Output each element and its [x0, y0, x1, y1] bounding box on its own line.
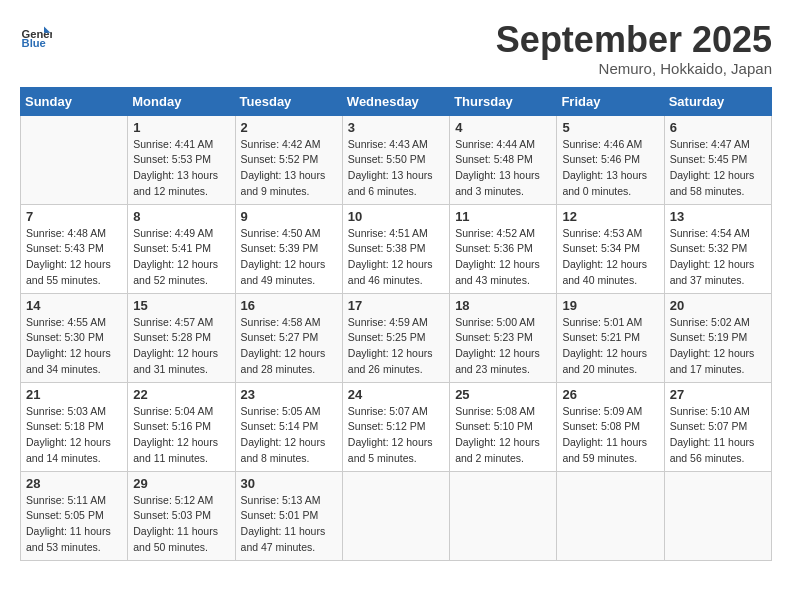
day-info: Sunrise: 4:54 AMSunset: 5:32 PMDaylight:…	[670, 226, 766, 289]
weekday-header-wednesday: Wednesday	[342, 87, 449, 115]
calendar-week-4: 28Sunrise: 5:11 AMSunset: 5:05 PMDayligh…	[21, 471, 772, 560]
calendar-cell: 3Sunrise: 4:43 AMSunset: 5:50 PMDaylight…	[342, 115, 449, 204]
weekday-header-row: SundayMondayTuesdayWednesdayThursdayFrid…	[21, 87, 772, 115]
day-info: Sunrise: 5:01 AMSunset: 5:21 PMDaylight:…	[562, 315, 658, 378]
calendar-cell: 6Sunrise: 4:47 AMSunset: 5:45 PMDaylight…	[664, 115, 771, 204]
day-number: 17	[348, 298, 444, 313]
calendar-cell: 27Sunrise: 5:10 AMSunset: 5:07 PMDayligh…	[664, 382, 771, 471]
day-number: 16	[241, 298, 337, 313]
day-number: 6	[670, 120, 766, 135]
day-number: 1	[133, 120, 229, 135]
day-info: Sunrise: 5:07 AMSunset: 5:12 PMDaylight:…	[348, 404, 444, 467]
day-info: Sunrise: 4:47 AMSunset: 5:45 PMDaylight:…	[670, 137, 766, 200]
calendar-cell: 1Sunrise: 4:41 AMSunset: 5:53 PMDaylight…	[128, 115, 235, 204]
day-info: Sunrise: 4:46 AMSunset: 5:46 PMDaylight:…	[562, 137, 658, 200]
calendar-week-2: 14Sunrise: 4:55 AMSunset: 5:30 PMDayligh…	[21, 293, 772, 382]
calendar-cell: 29Sunrise: 5:12 AMSunset: 5:03 PMDayligh…	[128, 471, 235, 560]
title-block: September 2025 Nemuro, Hokkaido, Japan	[496, 20, 772, 77]
day-info: Sunrise: 4:55 AMSunset: 5:30 PMDaylight:…	[26, 315, 122, 378]
calendar-cell: 18Sunrise: 5:00 AMSunset: 5:23 PMDayligh…	[450, 293, 557, 382]
day-info: Sunrise: 5:05 AMSunset: 5:14 PMDaylight:…	[241, 404, 337, 467]
calendar-cell	[21, 115, 128, 204]
day-info: Sunrise: 4:41 AMSunset: 5:53 PMDaylight:…	[133, 137, 229, 200]
calendar-cell	[664, 471, 771, 560]
calendar-cell: 8Sunrise: 4:49 AMSunset: 5:41 PMDaylight…	[128, 204, 235, 293]
day-number: 23	[241, 387, 337, 402]
calendar-week-0: 1Sunrise: 4:41 AMSunset: 5:53 PMDaylight…	[21, 115, 772, 204]
day-number: 27	[670, 387, 766, 402]
day-number: 11	[455, 209, 551, 224]
day-number: 19	[562, 298, 658, 313]
weekday-header-saturday: Saturday	[664, 87, 771, 115]
calendar-cell: 21Sunrise: 5:03 AMSunset: 5:18 PMDayligh…	[21, 382, 128, 471]
day-info: Sunrise: 4:42 AMSunset: 5:52 PMDaylight:…	[241, 137, 337, 200]
day-number: 4	[455, 120, 551, 135]
calendar-cell: 23Sunrise: 5:05 AMSunset: 5:14 PMDayligh…	[235, 382, 342, 471]
day-info: Sunrise: 5:03 AMSunset: 5:18 PMDaylight:…	[26, 404, 122, 467]
day-info: Sunrise: 5:13 AMSunset: 5:01 PMDaylight:…	[241, 493, 337, 556]
calendar-cell: 28Sunrise: 5:11 AMSunset: 5:05 PMDayligh…	[21, 471, 128, 560]
page-header: General Blue September 2025 Nemuro, Hokk…	[20, 20, 772, 77]
day-info: Sunrise: 4:52 AMSunset: 5:36 PMDaylight:…	[455, 226, 551, 289]
day-number: 13	[670, 209, 766, 224]
day-number: 14	[26, 298, 122, 313]
weekday-header-monday: Monday	[128, 87, 235, 115]
weekday-header-friday: Friday	[557, 87, 664, 115]
day-number: 28	[26, 476, 122, 491]
weekday-header-thursday: Thursday	[450, 87, 557, 115]
day-number: 21	[26, 387, 122, 402]
calendar-cell: 5Sunrise: 4:46 AMSunset: 5:46 PMDaylight…	[557, 115, 664, 204]
day-info: Sunrise: 4:59 AMSunset: 5:25 PMDaylight:…	[348, 315, 444, 378]
day-number: 25	[455, 387, 551, 402]
day-info: Sunrise: 5:12 AMSunset: 5:03 PMDaylight:…	[133, 493, 229, 556]
day-number: 10	[348, 209, 444, 224]
day-number: 2	[241, 120, 337, 135]
calendar-cell: 25Sunrise: 5:08 AMSunset: 5:10 PMDayligh…	[450, 382, 557, 471]
day-info: Sunrise: 5:00 AMSunset: 5:23 PMDaylight:…	[455, 315, 551, 378]
calendar-table: SundayMondayTuesdayWednesdayThursdayFrid…	[20, 87, 772, 561]
day-number: 29	[133, 476, 229, 491]
calendar-cell: 30Sunrise: 5:13 AMSunset: 5:01 PMDayligh…	[235, 471, 342, 560]
day-number: 8	[133, 209, 229, 224]
calendar-cell: 9Sunrise: 4:50 AMSunset: 5:39 PMDaylight…	[235, 204, 342, 293]
day-info: Sunrise: 5:10 AMSunset: 5:07 PMDaylight:…	[670, 404, 766, 467]
weekday-header-tuesday: Tuesday	[235, 87, 342, 115]
calendar-week-3: 21Sunrise: 5:03 AMSunset: 5:18 PMDayligh…	[21, 382, 772, 471]
day-info: Sunrise: 4:44 AMSunset: 5:48 PMDaylight:…	[455, 137, 551, 200]
calendar-cell: 13Sunrise: 4:54 AMSunset: 5:32 PMDayligh…	[664, 204, 771, 293]
day-info: Sunrise: 4:50 AMSunset: 5:39 PMDaylight:…	[241, 226, 337, 289]
day-info: Sunrise: 5:08 AMSunset: 5:10 PMDaylight:…	[455, 404, 551, 467]
calendar-cell: 26Sunrise: 5:09 AMSunset: 5:08 PMDayligh…	[557, 382, 664, 471]
calendar-cell: 16Sunrise: 4:58 AMSunset: 5:27 PMDayligh…	[235, 293, 342, 382]
calendar-week-1: 7Sunrise: 4:48 AMSunset: 5:43 PMDaylight…	[21, 204, 772, 293]
day-number: 18	[455, 298, 551, 313]
calendar-cell: 7Sunrise: 4:48 AMSunset: 5:43 PMDaylight…	[21, 204, 128, 293]
day-number: 3	[348, 120, 444, 135]
calendar-cell: 14Sunrise: 4:55 AMSunset: 5:30 PMDayligh…	[21, 293, 128, 382]
day-info: Sunrise: 4:57 AMSunset: 5:28 PMDaylight:…	[133, 315, 229, 378]
day-info: Sunrise: 5:04 AMSunset: 5:16 PMDaylight:…	[133, 404, 229, 467]
day-number: 12	[562, 209, 658, 224]
calendar-cell: 11Sunrise: 4:52 AMSunset: 5:36 PMDayligh…	[450, 204, 557, 293]
logo-icon: General Blue	[20, 20, 52, 52]
month-title: September 2025	[496, 20, 772, 60]
day-number: 24	[348, 387, 444, 402]
day-info: Sunrise: 5:02 AMSunset: 5:19 PMDaylight:…	[670, 315, 766, 378]
calendar-cell: 10Sunrise: 4:51 AMSunset: 5:38 PMDayligh…	[342, 204, 449, 293]
day-info: Sunrise: 5:09 AMSunset: 5:08 PMDaylight:…	[562, 404, 658, 467]
location: Nemuro, Hokkaido, Japan	[496, 60, 772, 77]
calendar-cell: 2Sunrise: 4:42 AMSunset: 5:52 PMDaylight…	[235, 115, 342, 204]
calendar-cell: 19Sunrise: 5:01 AMSunset: 5:21 PMDayligh…	[557, 293, 664, 382]
calendar-cell	[342, 471, 449, 560]
calendar-cell: 22Sunrise: 5:04 AMSunset: 5:16 PMDayligh…	[128, 382, 235, 471]
day-number: 22	[133, 387, 229, 402]
day-info: Sunrise: 5:11 AMSunset: 5:05 PMDaylight:…	[26, 493, 122, 556]
day-number: 20	[670, 298, 766, 313]
weekday-header-sunday: Sunday	[21, 87, 128, 115]
calendar-cell: 4Sunrise: 4:44 AMSunset: 5:48 PMDaylight…	[450, 115, 557, 204]
calendar-cell: 15Sunrise: 4:57 AMSunset: 5:28 PMDayligh…	[128, 293, 235, 382]
day-number: 5	[562, 120, 658, 135]
svg-text:Blue: Blue	[22, 37, 46, 49]
day-info: Sunrise: 4:51 AMSunset: 5:38 PMDaylight:…	[348, 226, 444, 289]
day-number: 15	[133, 298, 229, 313]
